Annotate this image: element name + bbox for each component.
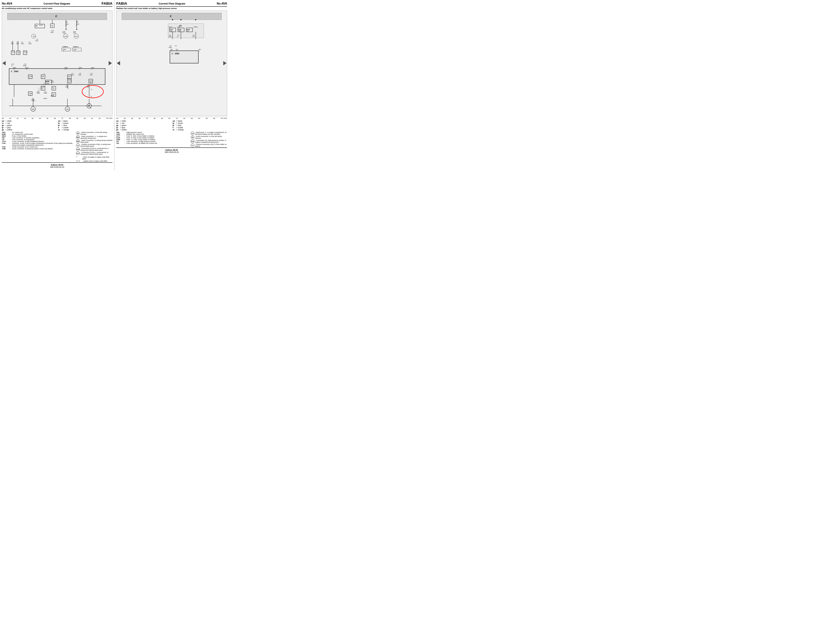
- left-ref-numbers: 29 30 31 32 33 34 35 36 37 38 39 40 41 4…: [2, 117, 112, 119]
- svg-text:sw/li: sw/li: [16, 43, 19, 44]
- svg-text:S177: S177: [170, 29, 173, 30]
- svg-text:gn/sw: gn/sw: [51, 95, 54, 96]
- svg-text:2: 2: [42, 77, 43, 79]
- ref-30: 30: [9, 117, 11, 119]
- comp-t16e: T16e - 16-pin connector, at AC control u…: [2, 146, 75, 148]
- ref-code-right: S97-2304: [221, 117, 227, 119]
- sym-12a: 12a - Earth point -2-, in engine compart…: [191, 131, 227, 135]
- comp-sb12: SB12 - Fuse, in fuse holder: [2, 135, 75, 137]
- svg-text:K: K: [172, 52, 173, 55]
- svg-text:ro/ws: ro/ws: [21, 43, 24, 44]
- comp-t18b: T18b - 18-pin connector, at electrical s…: [2, 148, 75, 150]
- ref-52: 52: [183, 117, 185, 119]
- svg-text:X52: X52: [65, 21, 68, 23]
- svg-text:12: 12: [65, 25, 67, 26]
- svg-text:a: a: [91, 88, 92, 90]
- svg-text:T16e/: T16e/: [24, 51, 27, 53]
- svg-point-180: [195, 19, 196, 20]
- svg-text:A147: A147: [75, 36, 78, 37]
- r-legend-bl: bl=blue: [172, 125, 227, 126]
- svg-text:82: 82: [90, 107, 91, 109]
- ref-41: 41: [91, 117, 93, 119]
- left-header: No.45/4 Current Flow Diagram FABIA: [2, 2, 112, 7]
- right-footer: Edition 09.04 S00.5330.00.20: [116, 147, 227, 155]
- svg-text:ro/ws: ro/ws: [28, 43, 32, 44]
- svg-text:K: K: [55, 15, 57, 18]
- legend-bl: bl=blue: [58, 125, 113, 126]
- svg-text:14: 14: [17, 53, 19, 54]
- svg-text:1: 1: [53, 89, 54, 90]
- ref-36: 36: [54, 117, 56, 119]
- svg-text:K: K: [170, 15, 172, 18]
- comp-t2k: T2k - 2-pin connector, in bracket at gea…: [2, 137, 75, 139]
- right-circuit-svg: K P1 S177 40A S180 30A S269 5A Q177 V180: [117, 11, 227, 116]
- ref-49: 49: [161, 117, 163, 119]
- left-component-list: J301 - AC control unit N280 - AC compres…: [2, 131, 75, 162]
- right-page: FABIA Current Flow Diagram No.45/5 Radia…: [114, 0, 229, 171]
- ref-55: 55: [206, 117, 208, 119]
- svg-text:54: 54: [51, 25, 53, 27]
- right-header: FABIA Current Flow Diagram No.45/5: [116, 2, 227, 7]
- sym-a147: A147 - Connection (CAN-L, convenience), …: [76, 151, 112, 155]
- ref-40: 40: [84, 117, 85, 119]
- svg-text:V269a: V269a: [193, 26, 197, 28]
- svg-text:Q177: Q177: [169, 26, 172, 28]
- svg-text:T11d/: T11d/: [29, 76, 32, 77]
- left-page-number: No.45/4: [2, 2, 12, 5]
- sym-332: 332 - Earth connection, in wiring harnes…: [76, 139, 112, 143]
- left-symbol-list: 82 - Earth connection, in front left wir…: [76, 131, 112, 162]
- svg-text:11: 11: [74, 50, 76, 51]
- svg-text:T11d/: T11d/: [89, 80, 93, 82]
- legend-or: or=orange: [58, 129, 113, 131]
- right-subtitle: Radiator fan control unit, fuse holder o…: [116, 8, 227, 9]
- comp-j301: J301 - AC control unit: [2, 131, 75, 133]
- svg-text:ro/sw: ro/sw: [168, 36, 172, 38]
- right-car-model: FABIA: [116, 2, 127, 6]
- svg-text:N280: N280: [46, 80, 49, 82]
- right-page-number: No.45/5: [217, 2, 227, 5]
- ref-42: 42: [99, 117, 101, 119]
- ref-43: 43: [116, 117, 118, 119]
- svg-text:6: 6: [29, 77, 30, 79]
- ref-35: 35: [46, 117, 48, 119]
- svg-text:X52: X52: [76, 21, 78, 23]
- svg-text:6: 6: [92, 68, 92, 70]
- comp-s269: S269 - Fuse -11- (30), in fuse holder on…: [116, 139, 189, 140]
- svg-text:13: 13: [29, 94, 31, 95]
- svg-text:1: 1: [42, 89, 43, 90]
- ref-31: 31: [17, 117, 19, 119]
- left-footer: Edition 09.04 S00.5330.00.20: [2, 162, 112, 169]
- left-footer-edition: Edition 09.04 S00.5330.00.20: [50, 164, 64, 168]
- svg-text:5A: 5A: [187, 30, 189, 32]
- ref-46: 46: [139, 117, 141, 119]
- svg-text:T11d: T11d: [12, 51, 15, 53]
- svg-text:SB: SB: [35, 25, 38, 27]
- sym-d155: D155 - Connection (15, high-pressure sen…: [191, 139, 227, 143]
- svg-text:ro/ws: ro/ws: [63, 32, 66, 34]
- svg-text:br: br: [12, 65, 13, 66]
- svg-text:J293: J293: [175, 52, 180, 55]
- svg-text:281: 281: [66, 109, 69, 110]
- r-legend-ws: ws=white: [116, 120, 171, 122]
- svg-text:T11d/: T11d/: [68, 80, 71, 82]
- ref-33: 33: [32, 117, 33, 119]
- svg-text:T16e/: T16e/: [17, 51, 21, 53]
- svg-point-179: [180, 19, 182, 20]
- comp-j293: J293 - Radiator fan control unit: [116, 133, 189, 135]
- svg-text:1: 1: [24, 53, 25, 54]
- svg-text:sw/li: sw/li: [35, 40, 38, 42]
- ref-38: 38: [69, 117, 71, 119]
- svg-rect-181: [170, 50, 198, 63]
- comp-g65: G65 - High-pressure sensor: [116, 131, 189, 133]
- svg-text:N280: N280: [46, 83, 49, 84]
- ref-39: 39: [76, 117, 78, 119]
- svg-text:8: 8: [63, 50, 64, 51]
- svg-text:S269: S269: [186, 29, 189, 30]
- left-diagram: K SB 12/12a 54 A70 X52 T18b/ 12: [2, 11, 112, 116]
- svg-text:*: *: [44, 86, 45, 88]
- right-legend-grid: ws=white sw=black ro=red br=brown gn=gre…: [116, 120, 227, 131]
- legend-br: br=brown: [58, 122, 113, 124]
- comp-t2l: T2l - 2-pin connector, at compressor: [2, 139, 75, 140]
- left-bottom-section: J301 - AC control unit N280 - AC compres…: [2, 131, 112, 162]
- svg-text:12/12a: 12/12a: [39, 25, 43, 26]
